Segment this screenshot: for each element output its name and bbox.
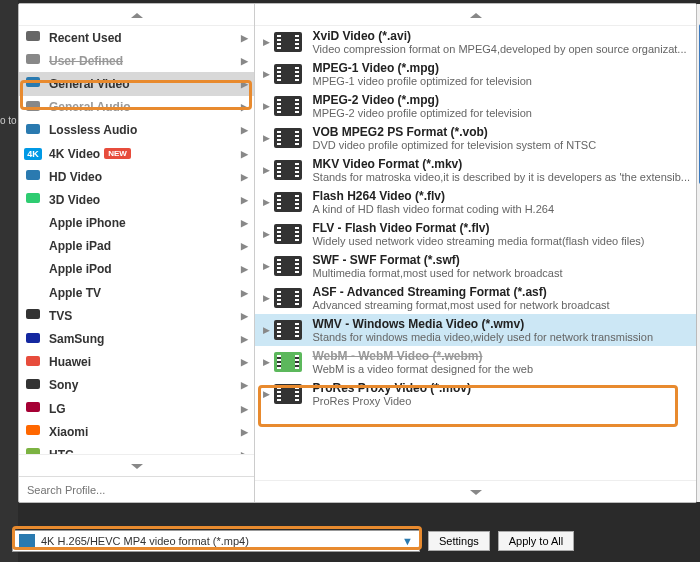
category-item-htc[interactable]: HTC▶ [19, 443, 254, 454]
format-description: WebM is a video format designed for the … [312, 363, 690, 375]
format-description: A kind of HD flash video format coding w… [312, 203, 690, 215]
format-list: ▶XviD Video (*.avi)Video compression for… [255, 26, 696, 480]
category-label: LG [49, 402, 66, 416]
settings-button[interactable]: Settings [428, 531, 490, 551]
format-scroll-down[interactable] [255, 480, 696, 502]
format-title: Flash H264 Video (*.flv) [312, 189, 690, 203]
category-item-xiaomi[interactable]: Xiaomi▶ [19, 420, 254, 443]
profile-selected-label: 4K H.265/HEVC MP4 video format (*.mp4) [41, 535, 249, 547]
format-item[interactable]: ▶WMV - Windows Media Video (*.wmv)Stands… [255, 314, 696, 346]
category-list: Recent Used▶User Defined▶General Video▶G… [19, 26, 254, 454]
svg-rect-10 [26, 379, 40, 389]
new-badge: NEW [104, 148, 131, 159]
svg-rect-5 [26, 170, 40, 180]
chevron-right-icon: ▶ [241, 125, 248, 135]
format-item[interactable]: ▶MPEG-1 Video (*.mpg)MPEG-1 video profil… [255, 58, 696, 90]
category-item-apple-iphone[interactable]: Apple iPhone▶ [19, 212, 254, 235]
chevron-right-icon: ▶ [241, 33, 248, 43]
format-thumb-icon [274, 384, 302, 404]
svg-rect-9 [26, 356, 40, 366]
format-thumb-icon [274, 32, 302, 52]
category-item-lg[interactable]: LG▶ [19, 397, 254, 420]
chevron-right-icon: ▶ [241, 357, 248, 367]
category-label: 3D Video [49, 193, 100, 207]
category-item-huawei[interactable]: Huawei▶ [19, 351, 254, 374]
format-item[interactable]: ▶ASF - Advanced Streaming Format (*.asf)… [255, 282, 696, 314]
category-scroll-up[interactable] [19, 4, 254, 26]
format-thumb-icon [274, 288, 302, 308]
category-label: Apple iPad [49, 239, 111, 253]
format-thumb-icon [274, 256, 302, 276]
htc-icon [25, 445, 41, 454]
format-item[interactable]: ▶WebM - WebM Video (*.webm)WebM is a vid… [255, 346, 696, 378]
chevron-right-icon: ▶ [263, 357, 270, 367]
chevron-right-icon: ▶ [241, 450, 248, 454]
chevron-right-icon: ▶ [241, 195, 248, 205]
film-icon [25, 74, 41, 93]
format-title: MKV Video Format (*.mkv) [312, 157, 690, 171]
format-title: FLV - Flash Video Format (*.flv) [312, 221, 690, 235]
category-item-user-defined[interactable]: User Defined▶ [19, 49, 254, 72]
clock-icon [25, 28, 41, 47]
category-item-general-audio[interactable]: General Audio▶ [19, 96, 254, 119]
category-item-recent-used[interactable]: Recent Used▶ [19, 26, 254, 49]
apply-to-all-button[interactable]: Apply to All [498, 531, 574, 551]
format-description: Multimedia format,most used for network … [312, 267, 690, 279]
format-picker-panel: Recent Used▶User Defined▶General Video▶G… [18, 3, 697, 503]
huawei-icon [25, 353, 41, 372]
svg-rect-11 [26, 402, 40, 412]
category-item-samsung[interactable]: SamSung▶ [19, 327, 254, 350]
category-item-lossless-audio[interactable]: Lossless Audio▶ [19, 119, 254, 142]
category-item-apple-ipod[interactable]: Apple iPod▶ [19, 258, 254, 281]
chevron-right-icon: ▶ [263, 293, 270, 303]
category-item-sony[interactable]: Sony▶ [19, 374, 254, 397]
format-title: WebM - WebM Video (*.webm) [312, 349, 690, 363]
format-thumb-icon [274, 160, 302, 180]
search-profile-input[interactable] [27, 484, 246, 496]
category-item-4k-video[interactable]: 4K4K VideoNEW▶ [19, 142, 254, 165]
category-label: General Audio [49, 100, 131, 114]
format-thumb-icon [274, 352, 302, 372]
chevron-right-icon: ▶ [263, 197, 270, 207]
format-item[interactable]: ▶FLV - Flash Video Format (*.flv)Widely … [255, 218, 696, 250]
chevron-right-icon: ▶ [241, 102, 248, 112]
format-title: SWF - SWF Format (*.swf) [312, 253, 690, 267]
profile-dropdown[interactable]: 4K H.265/HEVC MP4 video format (*.mp4) ▼ [12, 530, 420, 552]
category-label: Apple TV [49, 286, 101, 300]
format-scroll-up[interactable] [255, 4, 696, 26]
svg-rect-1 [26, 54, 40, 64]
format-title: WMV - Windows Media Video (*.wmv) [312, 317, 690, 331]
chevron-right-icon: ▶ [241, 241, 248, 251]
chevron-right-icon: ▶ [241, 56, 248, 66]
chevron-right-icon: ▶ [241, 172, 248, 182]
format-thumb-icon [274, 192, 302, 212]
format-item[interactable]: ▶MPEG-2 Video (*.mpg)MPEG-2 video profil… [255, 90, 696, 122]
format-item[interactable]: ▶XviD Video (*.avi)Video compression for… [255, 26, 696, 58]
category-item-tvs[interactable]: TVS▶ [19, 304, 254, 327]
category-label: 4K Video [49, 147, 100, 161]
category-item-apple-ipad[interactable]: Apple iPad▶ [19, 235, 254, 258]
category-label: HTC [49, 448, 74, 454]
format-item[interactable]: ▶VOB MPEG2 PS Format (*.vob)DVD video pr… [255, 122, 696, 154]
category-item-hd-video[interactable]: HD Video▶ [19, 165, 254, 188]
category-item-apple-tv[interactable]: Apple TV▶ [19, 281, 254, 304]
chevron-right-icon: ▶ [241, 79, 248, 89]
svg-rect-0 [26, 31, 40, 41]
format-item[interactable]: ▶ProRes Proxy Video (*.mov)ProRes Proxy … [255, 378, 696, 410]
category-item-general-video[interactable]: General Video▶ [19, 72, 254, 95]
format-item[interactable]: ▶Flash H264 Video (*.flv)A kind of HD fl… [255, 186, 696, 218]
format-description: DVD video profile optimized for televisi… [312, 139, 690, 151]
category-item-3d-video[interactable]: 3D Video▶ [19, 188, 254, 211]
chevron-right-icon: ▶ [263, 389, 270, 399]
format-item[interactable]: ▶SWF - SWF Format (*.swf)Multimedia form… [255, 250, 696, 282]
svg-rect-4 [26, 124, 40, 134]
svg-rect-3 [26, 101, 40, 111]
category-label: Xiaomi [49, 425, 88, 439]
category-label: Huawei [49, 355, 91, 369]
format-item[interactable]: ▶MKV Video Format (*.mkv)Stands for matr… [255, 154, 696, 186]
format-title: ProRes Proxy Video (*.mov) [312, 381, 690, 395]
audio-icon [25, 98, 41, 117]
category-scroll-down[interactable] [19, 454, 254, 476]
svg-rect-13 [26, 448, 40, 454]
svg-rect-2 [26, 77, 40, 87]
